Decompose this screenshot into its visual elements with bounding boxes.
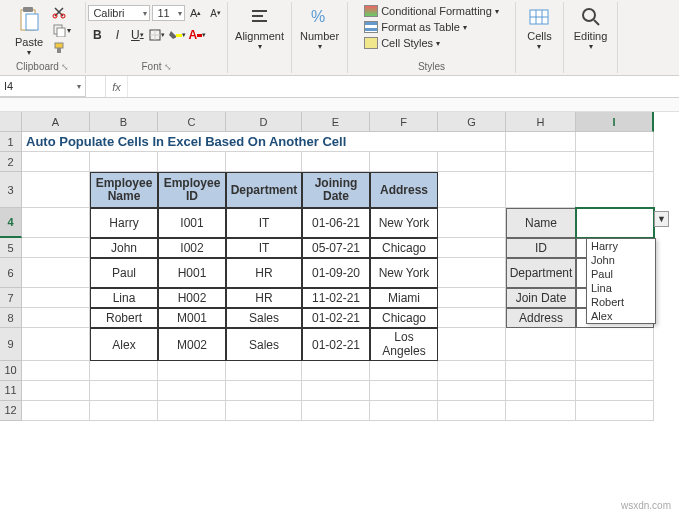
cell[interactable] [90, 152, 158, 172]
cell[interactable] [506, 152, 576, 172]
table-cell[interactable]: Robert [90, 308, 158, 328]
row-hdr-5[interactable]: 5 [0, 238, 22, 258]
col-hdr-g[interactable]: G [438, 112, 506, 132]
cells-button[interactable]: Cells▾ [523, 4, 555, 53]
cell[interactable] [370, 381, 438, 401]
cell[interactable] [438, 401, 506, 421]
dropdown-option[interactable]: John [587, 253, 655, 267]
italic-button[interactable]: I [108, 26, 126, 44]
dropdown-option[interactable]: Harry [587, 239, 655, 253]
cell[interactable] [506, 328, 576, 360]
worksheet-grid[interactable]: A B C D E F G H I 1 Auto Populate Cells … [0, 112, 679, 421]
row-hdr-7[interactable]: 7 [0, 288, 22, 308]
col-hdr-f[interactable]: F [370, 112, 438, 132]
table-cell[interactable]: 01-02-21 [302, 308, 370, 328]
table-cell[interactable]: Lina [90, 288, 158, 308]
table-cell[interactable]: 01-06-21 [302, 208, 370, 238]
dropdown-option[interactable]: Robert [587, 295, 655, 309]
table-cell[interactable]: H001 [158, 258, 226, 288]
cell[interactable] [22, 288, 90, 308]
row-hdr-10[interactable]: 10 [0, 361, 22, 381]
border-button[interactable]: ▾ [148, 26, 166, 44]
font-launcher[interactable]: ⤡ [164, 62, 172, 72]
cell[interactable] [576, 361, 654, 381]
table-cell[interactable]: Sales [226, 328, 302, 360]
cell[interactable] [506, 401, 576, 421]
table-header-id[interactable]: Employee ID [158, 172, 226, 208]
fx-icon[interactable]: fx [106, 76, 128, 97]
table-header-join[interactable]: Joining Date [302, 172, 370, 208]
cell[interactable] [226, 361, 302, 381]
name-box[interactable]: I4▾ [0, 76, 86, 97]
cell[interactable] [438, 288, 506, 308]
cell[interactable] [90, 401, 158, 421]
table-header-dept[interactable]: Department [226, 172, 302, 208]
col-hdr-a[interactable]: A [22, 112, 90, 132]
col-hdr-d[interactable]: D [226, 112, 302, 132]
underline-button[interactable]: U▾ [128, 26, 146, 44]
table-cell[interactable]: HR [226, 288, 302, 308]
name-dropdown-cell[interactable]: ▼ [576, 208, 654, 238]
table-cell[interactable]: Harry [90, 208, 158, 238]
cell-title[interactable]: Auto Populate Cells In Excel Based On An… [22, 132, 506, 152]
editing-button[interactable]: Editing▾ [570, 4, 612, 53]
cell[interactable] [22, 361, 90, 381]
cell[interactable] [438, 328, 506, 360]
table-cell[interactable]: Paul [90, 258, 158, 288]
cell[interactable] [22, 308, 90, 328]
dropdown-option[interactable]: Alex [587, 309, 655, 323]
format-as-table-button[interactable]: Format as Table▾ [362, 20, 501, 34]
table-cell[interactable]: 05-07-21 [302, 238, 370, 258]
decrease-font-button[interactable]: A▾ [207, 4, 225, 22]
row-hdr-3[interactable]: 3 [0, 172, 22, 208]
cell[interactable] [302, 381, 370, 401]
row-hdr-11[interactable]: 11 [0, 381, 22, 401]
cell[interactable] [438, 172, 506, 208]
table-cell[interactable]: M002 [158, 328, 226, 360]
field-label-addr[interactable]: Address [506, 308, 576, 328]
cell[interactable] [90, 361, 158, 381]
cell[interactable] [226, 152, 302, 172]
table-cell[interactable]: 01-02-21 [302, 328, 370, 360]
font-color-button[interactable]: A▾ [188, 26, 206, 44]
cell[interactable] [506, 172, 576, 208]
table-cell[interactable]: 11-02-21 [302, 288, 370, 308]
cell[interactable] [22, 238, 90, 258]
clipboard-launcher[interactable]: ⤡ [61, 62, 69, 72]
row-hdr-8[interactable]: 8 [0, 308, 22, 328]
field-label-join[interactable]: Join Date [506, 288, 576, 308]
col-hdr-e[interactable]: E [302, 112, 370, 132]
table-cell[interactable]: Sales [226, 308, 302, 328]
bold-button[interactable]: B [88, 26, 106, 44]
cell[interactable] [370, 152, 438, 172]
cell[interactable] [22, 172, 90, 208]
cell[interactable] [438, 238, 506, 258]
table-cell[interactable]: Los Angeles [370, 328, 438, 360]
cell[interactable] [438, 258, 506, 288]
cell[interactable] [438, 152, 506, 172]
cell[interactable] [576, 172, 654, 208]
field-label-id[interactable]: ID [506, 238, 576, 258]
dropdown-option[interactable]: Lina [587, 281, 655, 295]
number-button[interactable]: %Number▾ [296, 4, 343, 53]
fill-color-button[interactable]: ▾ [168, 26, 186, 44]
cell[interactable] [506, 381, 576, 401]
increase-font-button[interactable]: A▴ [187, 4, 205, 22]
row-hdr-2[interactable]: 2 [0, 152, 22, 172]
table-cell[interactable]: New York [370, 258, 438, 288]
cell[interactable] [22, 328, 90, 360]
col-hdr-i[interactable]: I [576, 112, 654, 132]
table-cell[interactable]: HR [226, 258, 302, 288]
cell[interactable] [370, 401, 438, 421]
cell[interactable] [576, 132, 654, 152]
table-header-name[interactable]: Employee Name [90, 172, 158, 208]
conditional-formatting-button[interactable]: Conditional Formatting▾ [362, 4, 501, 18]
copy-button[interactable]: ▾ [49, 22, 74, 38]
select-all-corner[interactable] [0, 112, 22, 132]
cell[interactable] [438, 308, 506, 328]
cell[interactable] [438, 381, 506, 401]
table-cell[interactable]: I001 [158, 208, 226, 238]
formula-input[interactable] [128, 76, 679, 97]
cell[interactable] [158, 401, 226, 421]
cell[interactable] [302, 401, 370, 421]
